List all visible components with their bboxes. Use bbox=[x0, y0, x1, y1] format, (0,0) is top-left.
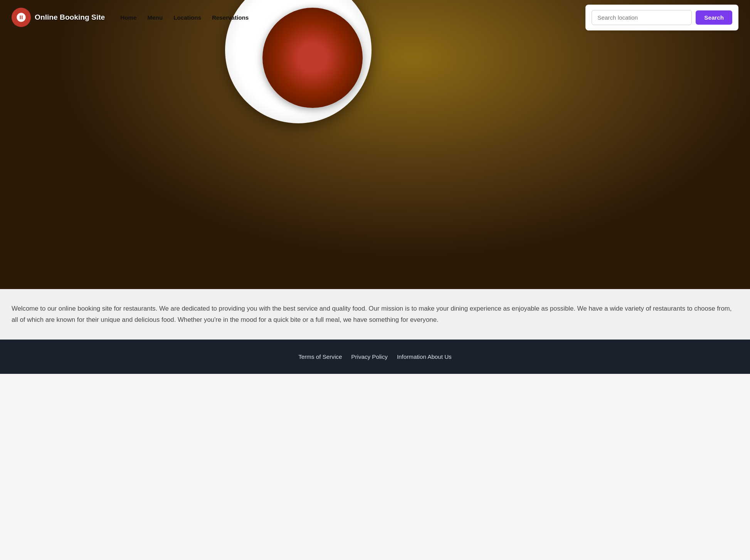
hero-section bbox=[0, 0, 750, 289]
footer-links: Terms of Service Privacy Policy Informat… bbox=[12, 353, 738, 360]
hero-image bbox=[0, 0, 750, 289]
footer-link-about[interactable]: Information About Us bbox=[397, 353, 452, 360]
search-button[interactable]: Search bbox=[696, 10, 732, 25]
header: Online Booking Site Home Menu Locations … bbox=[0, 0, 750, 35]
logo-icon bbox=[12, 8, 31, 27]
nav-menu[interactable]: Menu bbox=[144, 12, 167, 23]
main-content: Welcome to our online booking site for r… bbox=[0, 289, 750, 340]
nav-home[interactable]: Home bbox=[116, 12, 140, 23]
footer-link-privacy[interactable]: Privacy Policy bbox=[351, 353, 388, 360]
footer: Terms of Service Privacy Policy Informat… bbox=[0, 340, 750, 374]
search-input[interactable] bbox=[592, 10, 692, 25]
main-description: Welcome to our online booking site for r… bbox=[12, 303, 738, 326]
main-nav: Home Menu Locations Reservations bbox=[116, 12, 252, 23]
site-title: Online Booking Site bbox=[35, 13, 105, 22]
footer-link-tos[interactable]: Terms of Service bbox=[298, 353, 342, 360]
nav-reservations[interactable]: Reservations bbox=[208, 12, 252, 23]
site-logo: Online Booking Site bbox=[12, 8, 105, 27]
nav-locations[interactable]: Locations bbox=[170, 12, 205, 23]
nav-left: Online Booking Site Home Menu Locations … bbox=[12, 8, 252, 27]
search-bar: Search bbox=[585, 5, 738, 30]
